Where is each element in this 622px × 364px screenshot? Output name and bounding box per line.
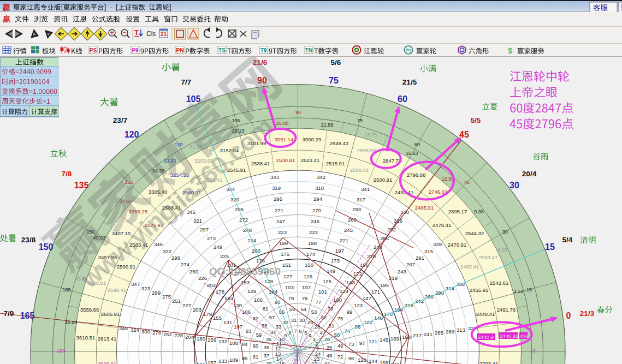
- svg-text:2448.41: 2448.41: [476, 311, 495, 317]
- svg-text:202: 202: [207, 282, 216, 288]
- svg-text:38: 38: [266, 360, 272, 364]
- svg-text:226: 226: [198, 275, 207, 281]
- svg-text:221: 221: [340, 237, 348, 243]
- svg-text:TN: TN: [305, 47, 312, 53]
- svg-text:266: 266: [425, 294, 434, 300]
- svg-text:192: 192: [390, 361, 399, 364]
- svg-text:267: 267: [406, 261, 415, 267]
- svg-text:2440.9: 2440.9: [478, 334, 494, 340]
- svg-text:27: 27: [320, 329, 326, 335]
- svg-text:3610.51: 3610.51: [76, 335, 95, 341]
- svg-text:15.63: 15.63: [406, 151, 418, 156]
- svg-text:265: 265: [435, 330, 443, 336]
- svg-text:2500.91: 2500.91: [374, 177, 392, 183]
- svg-text:347: 347: [131, 281, 140, 287]
- svg-text:316: 316: [394, 218, 402, 224]
- svg-text:157: 157: [208, 360, 216, 364]
- svg-text:2463.41: 2463.41: [460, 264, 479, 270]
- svg-text:135: 135: [74, 181, 89, 190]
- svg-text:121: 121: [369, 338, 377, 344]
- svg-text:30: 30: [299, 317, 305, 323]
- svg-text:247: 247: [276, 218, 285, 224]
- svg-text:108: 108: [229, 340, 238, 346]
- svg-text:103: 103: [285, 284, 294, 290]
- svg-text:313: 313: [457, 327, 465, 333]
- svg-text:299: 299: [152, 290, 161, 296]
- svg-text:150: 150: [39, 242, 54, 252]
- svg-text:81: 81: [263, 306, 269, 312]
- svg-text:82: 82: [253, 315, 259, 321]
- svg-text:75: 75: [329, 76, 339, 85]
- svg-text:2613.41: 2613.41: [98, 336, 116, 342]
- svg-text:2491.76: 2491.76: [497, 307, 516, 313]
- svg-text:322: 322: [163, 248, 171, 254]
- svg-text:PS: PS: [90, 47, 97, 53]
- svg-text:298: 298: [171, 255, 180, 261]
- svg-text:131: 131: [223, 319, 232, 325]
- svg-text:37: 37: [264, 353, 270, 359]
- svg-text:83: 83: [246, 328, 252, 334]
- svg-text:2542.61: 2542.61: [490, 280, 508, 286]
- svg-text:47: 47: [324, 360, 330, 364]
- svg-text:84: 84: [242, 341, 248, 347]
- svg-text:318: 318: [315, 185, 324, 191]
- svg-text:54: 54: [301, 306, 307, 312]
- svg-text:79: 79: [288, 295, 294, 301]
- svg-text:203: 203: [193, 307, 202, 313]
- svg-text:75: 75: [337, 315, 343, 321]
- svg-text:20/4: 20/4: [522, 170, 537, 178]
- svg-text:343: 343: [270, 174, 279, 180]
- svg-text:3559.66: 3559.66: [80, 307, 99, 313]
- svg-text:251: 251: [172, 298, 181, 304]
- svg-text:178: 178: [216, 289, 224, 295]
- svg-text:341: 341: [361, 186, 370, 192]
- svg-text:148: 148: [346, 279, 355, 285]
- svg-text:2620.91: 2620.91: [98, 361, 116, 364]
- svg-text:175: 175: [281, 251, 289, 257]
- svg-text:97: 97: [359, 340, 365, 346]
- svg-text:195: 195: [380, 282, 389, 288]
- svg-text:6.25: 6.25: [497, 247, 507, 253]
- svg-text:55: 55: [289, 306, 295, 312]
- svg-text:49: 49: [337, 343, 343, 349]
- svg-text:2478.41: 2478.41: [433, 222, 451, 228]
- svg-text:204: 204: [185, 334, 194, 340]
- svg-text:294: 294: [313, 196, 322, 202]
- svg-text:127: 127: [283, 273, 292, 279]
- svg-text:2949.43: 2949.43: [330, 140, 348, 146]
- svg-text:TS: TS: [218, 47, 226, 53]
- svg-text:179: 179: [203, 311, 212, 317]
- svg-text:2515.91: 2515.91: [326, 160, 345, 166]
- svg-text:5/5: 5/5: [471, 116, 481, 124]
- svg-text:2440.91: 2440.91: [500, 333, 518, 339]
- svg-text:Big: Big: [406, 48, 411, 52]
- svg-text:99: 99: [347, 309, 353, 315]
- svg-text:23/7: 23/7: [113, 116, 127, 124]
- svg-text:249: 249: [214, 244, 222, 250]
- svg-text:125: 125: [323, 278, 331, 284]
- svg-text:289: 289: [446, 329, 454, 335]
- svg-text:5/4: 5/4: [562, 236, 573, 244]
- svg-text:T9: T9: [260, 47, 267, 53]
- svg-text:245: 245: [344, 227, 353, 233]
- svg-text:2793.41: 2793.41: [479, 361, 498, 364]
- svg-text:0: 0: [566, 311, 571, 320]
- svg-text:147: 147: [363, 295, 371, 301]
- svg-text:315: 315: [424, 248, 433, 254]
- svg-text:2898.58: 2898.58: [357, 147, 376, 153]
- svg-text:227: 227: [182, 302, 191, 308]
- svg-text:102: 102: [302, 284, 311, 290]
- svg-text:274: 274: [181, 261, 189, 267]
- svg-text:7/8: 7/8: [62, 170, 72, 178]
- svg-text:3051.14: 3051.14: [275, 136, 293, 142]
- svg-text:297: 297: [200, 226, 209, 232]
- svg-text:59: 59: [256, 332, 262, 338]
- svg-text:250: 250: [189, 268, 198, 275]
- svg-text:106: 106: [242, 309, 251, 315]
- svg-text:105: 105: [254, 297, 263, 303]
- svg-text:241: 241: [424, 331, 433, 337]
- svg-text:21/5: 21/5: [402, 78, 417, 86]
- svg-text:P9: P9: [132, 47, 139, 53]
- svg-text:123: 123: [354, 302, 363, 308]
- svg-text:2605.91: 2605.91: [101, 311, 120, 317]
